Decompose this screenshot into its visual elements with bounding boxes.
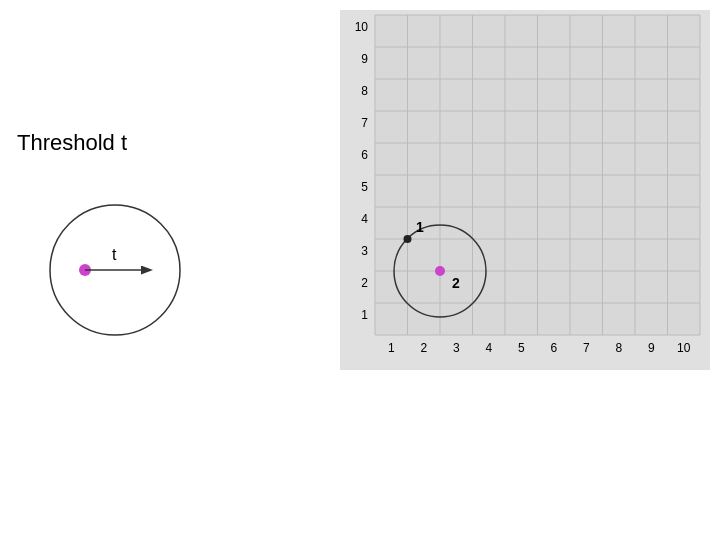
main-container: Threshold t t xyxy=(0,0,720,540)
chart-svg: 10 9 8 7 6 5 4 3 2 1 1 2 3 4 5 6 7 8 9 1… xyxy=(340,10,710,370)
svg-text:5: 5 xyxy=(518,341,525,355)
svg-text:7: 7 xyxy=(583,341,590,355)
svg-text:6: 6 xyxy=(550,341,557,355)
svg-text:2: 2 xyxy=(361,276,368,290)
svg-text:3: 3 xyxy=(453,341,460,355)
chart-point-1 xyxy=(404,235,412,243)
svg-text:9: 9 xyxy=(648,341,655,355)
left-panel: Threshold t t xyxy=(0,0,320,540)
svg-text:7: 7 xyxy=(361,116,368,130)
svg-text:9: 9 xyxy=(361,52,368,66)
svg-text:10: 10 xyxy=(355,20,369,34)
svg-text:4: 4 xyxy=(361,212,368,226)
svg-text:2: 2 xyxy=(420,341,427,355)
svg-text:10: 10 xyxy=(677,341,691,355)
chart-point-1-label: 1 xyxy=(416,219,424,235)
svg-text:1: 1 xyxy=(361,308,368,322)
svg-text:8: 8 xyxy=(615,341,622,355)
chart-point-2 xyxy=(435,266,445,276)
threshold-label: Threshold t xyxy=(17,130,127,156)
svg-text:6: 6 xyxy=(361,148,368,162)
chart-point-2-label: 2 xyxy=(452,275,460,291)
circle-diagram: t xyxy=(30,195,200,345)
svg-text:3: 3 xyxy=(361,244,368,258)
svg-text:t: t xyxy=(112,246,117,263)
chart-area: 10 9 8 7 6 5 4 3 2 1 1 2 3 4 5 6 7 8 9 1… xyxy=(340,10,710,370)
svg-text:1: 1 xyxy=(388,341,395,355)
svg-text:8: 8 xyxy=(361,84,368,98)
svg-text:4: 4 xyxy=(485,341,492,355)
svg-text:5: 5 xyxy=(361,180,368,194)
